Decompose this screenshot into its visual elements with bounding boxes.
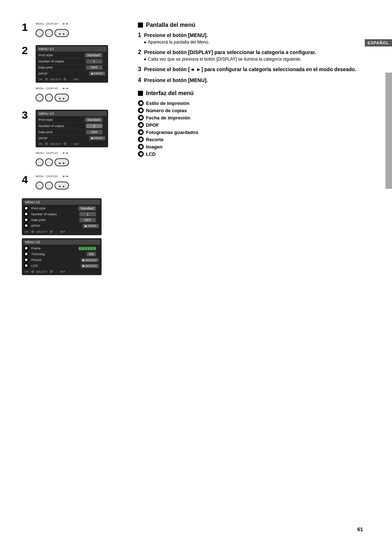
iface-num-3: ❸ bbox=[138, 115, 144, 121]
menu-button-2[interactable] bbox=[36, 94, 44, 102]
date-value: OFF bbox=[86, 65, 102, 70]
left-arrow-icon bbox=[62, 22, 65, 25]
menu-label: MENU bbox=[36, 22, 44, 25]
annot-copies: Number of copies 1 bbox=[30, 211, 100, 217]
annot-row-2: ❷ Number of copies 1 bbox=[23, 211, 100, 217]
right-step-2: 2 Presione el botón [DISPLAY] para selec… bbox=[138, 49, 370, 62]
display-button[interactable] bbox=[45, 29, 53, 37]
date2-label: Date print bbox=[38, 130, 83, 134]
step-2-number: 2 bbox=[22, 45, 33, 56]
display-button-3[interactable] bbox=[45, 158, 53, 166]
dp-left-icon bbox=[83, 66, 86, 69]
select-dot-2 bbox=[64, 142, 66, 145]
iface-item-6: ❻ Recorte bbox=[138, 137, 370, 142]
set-left-icon bbox=[69, 77, 72, 81]
set-right-2-icon bbox=[81, 142, 84, 146]
step-3-block: 3 MENU 1/2 Print style Standard Number o… bbox=[22, 110, 123, 168]
cp-left-icon bbox=[83, 60, 86, 63]
menu-panel-2: MENU 1/2 Print style Standard Number of … bbox=[36, 110, 108, 147]
display-button-4[interactable] bbox=[45, 182, 53, 190]
section2: Interfaz del menú ❶ Estilo de impresión … bbox=[138, 90, 370, 157]
trimming-row: Trimming ON bbox=[30, 251, 100, 257]
annot-menu1-title: MENU 1/2 bbox=[23, 200, 100, 205]
arrow-button[interactable] bbox=[54, 29, 69, 37]
cp2-right-icon bbox=[102, 124, 105, 128]
iface-num-6: ❻ bbox=[138, 137, 144, 142]
menu-panel-1: MENU 1/2 Print style Standard Number of … bbox=[36, 45, 108, 83]
annot-menu2-bottom: OK SELECT SET bbox=[23, 269, 100, 274]
iface-label-2: Número de copias bbox=[146, 108, 187, 113]
display-label: DISPLAY bbox=[46, 22, 58, 25]
iface-num-4: ❹ bbox=[138, 122, 144, 128]
arrow-button-4[interactable] bbox=[54, 182, 69, 190]
iface-item-2: ❷ Número de copias bbox=[138, 107, 370, 113]
right-arrow-4-icon bbox=[66, 174, 69, 178]
annot-ok-2: OK bbox=[25, 270, 29, 273]
annot-ok: OK bbox=[25, 230, 29, 233]
display-label-3: DISPLAY bbox=[46, 151, 58, 155]
lcd-adjust: ▶ ADJUST bbox=[81, 264, 99, 268]
annot-select-dot bbox=[50, 230, 53, 233]
copies2-label: Number of copies bbox=[38, 124, 83, 128]
trim-left-icon bbox=[84, 252, 87, 256]
arrow-button-2[interactable] bbox=[54, 94, 69, 102]
ok-label-2: OK bbox=[38, 142, 43, 146]
right-step4-heading: 4 Presione el botón [MENU]. bbox=[138, 77, 370, 83]
dpof-label: DPOF bbox=[38, 72, 89, 76]
right-step-4: 4 Presione el botón [MENU]. bbox=[138, 77, 370, 83]
print-btn-2: ▶ PRINT bbox=[89, 136, 105, 140]
iface-label-5: Fotogramas guardados bbox=[146, 130, 198, 135]
annot-ok-dot bbox=[31, 230, 34, 233]
iface-label-7: Imagen bbox=[146, 144, 163, 150]
iface-label-3: Fecha de impresión bbox=[146, 115, 190, 121]
annot-row-4: ❹ DPOF ▶ PRINT bbox=[23, 223, 100, 229]
menu-row-print-style: Print style Standard bbox=[37, 52, 107, 58]
step2-circles bbox=[36, 94, 108, 102]
picture-row: Picture ▶ ADJUST bbox=[30, 257, 100, 263]
annot-row-6: ❻ Trimming ON bbox=[23, 251, 100, 257]
arrow-button-3[interactable] bbox=[54, 158, 69, 166]
ps2-left-icon bbox=[82, 118, 85, 122]
annot-set: SET bbox=[60, 230, 66, 233]
select-label: SELECT bbox=[50, 78, 61, 81]
annot-set-right-2-icon bbox=[68, 270, 70, 273]
aps-right-icon bbox=[96, 207, 99, 210]
display-button-2[interactable] bbox=[45, 94, 53, 102]
ps-right-icon bbox=[102, 53, 105, 57]
section2-title: Interfaz del menú bbox=[146, 90, 194, 97]
annot-set-left-icon bbox=[55, 230, 58, 233]
menu-row-date: Date print OFF bbox=[37, 65, 107, 71]
annot-print-btn: ▶ PRINT bbox=[83, 224, 99, 228]
step4-button-row: MENU DISPLAY bbox=[36, 174, 69, 178]
frame-row: Frame bbox=[30, 246, 100, 251]
menu-button[interactable] bbox=[36, 29, 44, 37]
ps2-value: Standard bbox=[85, 118, 103, 122]
annot-menu2-title: MENU 2/2 bbox=[23, 240, 100, 245]
section2-icon bbox=[138, 91, 143, 96]
step-3-number: 3 bbox=[22, 110, 33, 121]
dpof2-label: DPOF bbox=[38, 137, 89, 140]
menu-button-3[interactable] bbox=[36, 158, 44, 166]
annot-row-1: ❶ Print style Standard bbox=[23, 205, 100, 211]
iface-num-8: ❽ bbox=[138, 151, 144, 157]
step1-circles bbox=[36, 29, 69, 37]
menu-button-4[interactable] bbox=[36, 182, 44, 190]
ps2-right-icon bbox=[102, 118, 105, 122]
menu-row-dpof2: DPOF ▶ PRINT bbox=[37, 135, 107, 141]
right-step-3: 3 Presione el botón [◄ ►] para configura… bbox=[138, 66, 370, 73]
select-dot bbox=[64, 78, 66, 81]
frame-value bbox=[79, 247, 96, 250]
iface-item-5: ❺ Fotogramas guardados bbox=[138, 129, 370, 135]
section1-header: Pantalla del menú bbox=[138, 22, 370, 28]
annot-menu1-bottom: OK SELECT SET bbox=[23, 229, 100, 234]
right-step2-heading: 2 Presione el botón [DISPLAY] para selec… bbox=[138, 49, 370, 56]
iface-num-5: ❺ bbox=[138, 129, 144, 135]
menu1-title: MENU 1/2 bbox=[37, 46, 107, 52]
left-arrow-4-icon bbox=[62, 174, 65, 178]
annot-select-dot-2 bbox=[50, 270, 53, 273]
print-style-value: Standard bbox=[85, 53, 103, 57]
display-label-4: DISPLAY bbox=[46, 175, 58, 178]
menu-label-3: MENU bbox=[36, 151, 44, 155]
copies2-value: 2 bbox=[86, 124, 102, 128]
print-btn: ▶ PRINT bbox=[89, 72, 105, 76]
